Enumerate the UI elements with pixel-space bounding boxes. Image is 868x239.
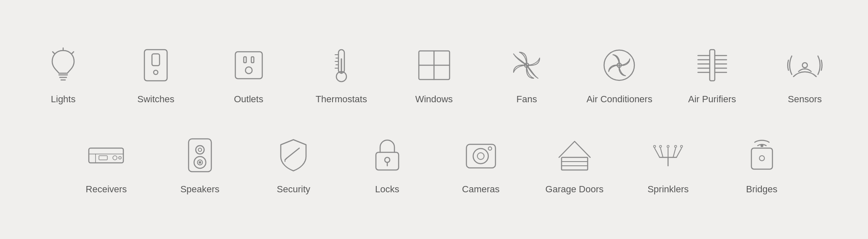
svg-point-71 bbox=[654, 146, 656, 148]
svg-line-5 bbox=[72, 52, 74, 54]
svg-point-75 bbox=[681, 146, 683, 148]
sprinklers-icon bbox=[647, 134, 689, 176]
svg-line-67 bbox=[660, 148, 663, 157]
category-row-1: Lights Switches Outlets bbox=[17, 36, 851, 113]
thermostats-label: Thermostats bbox=[316, 94, 367, 105]
svg-point-44 bbox=[119, 157, 121, 159]
category-locks[interactable]: Locks bbox=[341, 126, 434, 203]
air-conditioners-label: Air Conditioners bbox=[586, 94, 652, 105]
speakers-icon bbox=[179, 134, 221, 176]
garage-doors-label: Garage Doors bbox=[546, 184, 604, 195]
receivers-label: Receivers bbox=[86, 184, 127, 195]
sensors-icon bbox=[784, 44, 826, 86]
svg-rect-76 bbox=[751, 148, 772, 169]
svg-rect-54 bbox=[376, 152, 399, 170]
cameras-icon bbox=[460, 134, 502, 176]
switches-icon bbox=[135, 44, 177, 86]
lights-icon bbox=[42, 44, 84, 86]
category-security[interactable]: Security bbox=[247, 126, 340, 203]
category-speakers[interactable]: Speakers bbox=[153, 126, 247, 203]
cameras-label: Cameras bbox=[462, 184, 500, 195]
category-row-2: Receivers Speakers bbox=[17, 126, 851, 203]
svg-point-8 bbox=[154, 70, 158, 74]
category-thermostats[interactable]: Thermostats bbox=[295, 36, 388, 113]
category-receivers[interactable]: Receivers bbox=[59, 126, 153, 203]
receivers-icon bbox=[85, 134, 127, 176]
category-garage-doors[interactable]: Garage Doors bbox=[527, 126, 621, 203]
category-air-purifiers[interactable]: Air Purifiers bbox=[666, 36, 759, 113]
category-fans[interactable]: Fans bbox=[480, 36, 573, 113]
svg-rect-42 bbox=[99, 156, 107, 160]
locks-label: Locks bbox=[375, 184, 399, 195]
svg-line-68 bbox=[676, 148, 682, 157]
bridges-icon bbox=[741, 134, 783, 176]
garage-doors-icon bbox=[554, 134, 596, 176]
svg-point-72 bbox=[660, 146, 662, 148]
bridges-label: Bridges bbox=[746, 184, 777, 195]
security-label: Security bbox=[277, 184, 310, 195]
svg-rect-9 bbox=[235, 52, 262, 79]
air-purifiers-icon bbox=[691, 44, 733, 86]
outlets-icon bbox=[228, 44, 270, 86]
svg-point-60 bbox=[488, 147, 492, 150]
category-sprinklers[interactable]: Sprinklers bbox=[621, 126, 715, 203]
svg-point-78 bbox=[761, 145, 763, 147]
category-windows[interactable]: Windows bbox=[388, 36, 480, 113]
svg-rect-45 bbox=[189, 139, 211, 172]
category-switches[interactable]: Switches bbox=[109, 36, 202, 113]
svg-line-66 bbox=[655, 148, 660, 157]
svg-line-4 bbox=[53, 52, 55, 54]
svg-rect-27 bbox=[710, 50, 715, 81]
svg-point-47 bbox=[198, 148, 202, 151]
sensors-label: Sensors bbox=[788, 94, 822, 105]
outlets-label: Outlets bbox=[234, 94, 264, 105]
speakers-label: Speakers bbox=[180, 184, 219, 195]
svg-point-55 bbox=[385, 157, 390, 162]
svg-rect-10 bbox=[244, 57, 246, 63]
fans-icon bbox=[506, 44, 548, 86]
svg-point-74 bbox=[675, 146, 677, 148]
svg-point-58 bbox=[473, 149, 488, 164]
svg-rect-7 bbox=[152, 54, 160, 66]
switches-label: Switches bbox=[137, 94, 174, 105]
category-cameras[interactable]: Cameras bbox=[434, 126, 527, 203]
air-conditioners-icon bbox=[598, 44, 640, 86]
lights-label: Lights bbox=[51, 94, 76, 105]
air-purifiers-label: Air Purifiers bbox=[688, 94, 736, 105]
thermostats-icon bbox=[320, 44, 362, 86]
category-sensors[interactable]: Sensors bbox=[759, 36, 851, 113]
category-lights[interactable]: Lights bbox=[17, 36, 109, 113]
svg-line-51 bbox=[287, 148, 299, 158]
svg-point-43 bbox=[113, 156, 117, 160]
security-icon bbox=[272, 134, 314, 176]
locks-icon bbox=[366, 134, 408, 176]
svg-point-12 bbox=[245, 67, 252, 74]
category-air-conditioners[interactable]: Air Conditioners bbox=[573, 36, 666, 113]
fans-label: Fans bbox=[517, 94, 537, 105]
svg-point-77 bbox=[759, 156, 764, 161]
svg-point-73 bbox=[667, 146, 669, 148]
svg-rect-61 bbox=[562, 157, 588, 170]
windows-label: Windows bbox=[415, 94, 453, 105]
svg-rect-11 bbox=[251, 57, 254, 63]
category-bridges[interactable]: Bridges bbox=[715, 126, 808, 203]
category-outlets[interactable]: Outlets bbox=[202, 36, 295, 113]
svg-point-38 bbox=[802, 63, 807, 68]
svg-point-50 bbox=[199, 162, 201, 163]
windows-icon bbox=[413, 44, 455, 86]
sprinklers-label: Sprinklers bbox=[647, 184, 689, 195]
svg-point-59 bbox=[477, 153, 484, 159]
svg-line-69 bbox=[673, 148, 676, 157]
svg-point-46 bbox=[196, 146, 204, 154]
